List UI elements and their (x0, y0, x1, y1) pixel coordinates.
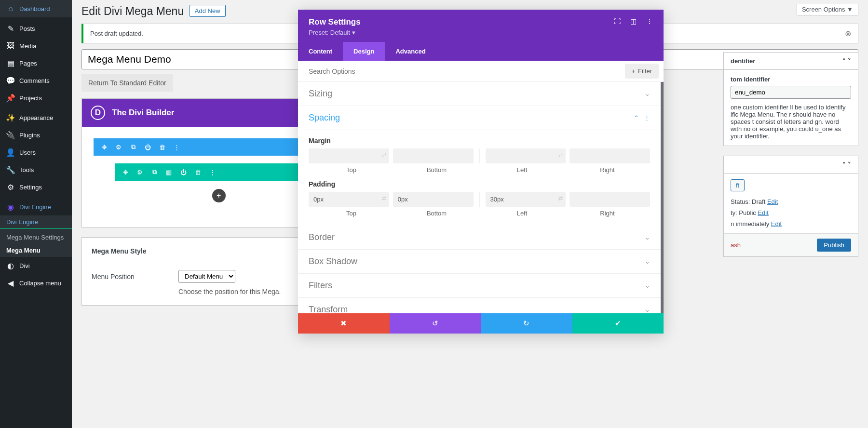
group-title: Border (309, 232, 335, 242)
chevron-up-icon[interactable]: ⌃ (634, 114, 639, 121)
padding-top-input[interactable] (309, 192, 389, 207)
menu-pages[interactable]: ▤Pages (0, 54, 72, 72)
metabox-toggle-icons[interactable]: ˄ ˅ (842, 161, 851, 168)
move-icon[interactable]: ✥ (100, 143, 108, 151)
side-bottom: Bottom (394, 166, 479, 174)
menu-label: Appearance (19, 114, 53, 121)
group-border[interactable]: Border ⌄ (298, 226, 661, 250)
columns-icon[interactable]: ▥ (165, 168, 173, 176)
menu-plugins[interactable]: 🔌Plugins (0, 126, 72, 144)
tab-design[interactable]: Design (343, 42, 385, 61)
builder-title: The Divi Builder (112, 108, 174, 118)
menu-settings[interactable]: ⚙Settings (0, 178, 72, 196)
side-left: Left (479, 210, 565, 217)
add-new-button[interactable]: Add New (190, 5, 226, 17)
chevron-down-icon: ⌄ (645, 282, 650, 289)
submenu-diviengine: Divi Engine Mega Menu Settings Mega Menu (0, 215, 72, 257)
margin-top-input[interactable] (309, 148, 389, 163)
move-icon[interactable]: ✥ (122, 168, 129, 176)
add-module-button[interactable]: + (212, 189, 226, 202)
save-icon[interactable]: ⏻ (179, 168, 187, 176)
identifier-input[interactable] (731, 86, 851, 99)
move-to-trash-link[interactable]: ash (731, 241, 741, 249)
page-title: Edit Divi Mega Menu (81, 5, 184, 18)
diviengine-icon: ◉ (6, 202, 15, 212)
padding-right-input[interactable] (570, 192, 650, 207)
link-icon[interactable]: ⇄ (382, 152, 386, 158)
edit-visibility-link[interactable]: Edit (758, 209, 768, 216)
screen-options-toggle[interactable]: Screen Options ▼ (797, 4, 858, 15)
dismiss-icon[interactable]: ⊗ (845, 29, 851, 38)
padding-left-input[interactable] (486, 192, 566, 207)
menu-label: Pages (19, 60, 37, 67)
search-options-input[interactable] (298, 62, 625, 81)
group-filters[interactable]: Filters ⌄ (298, 274, 661, 298)
side-top: Top (309, 166, 394, 174)
menu-collapse[interactable]: ◀Collapse menu (0, 274, 72, 292)
edit-schedule-link[interactable]: Edit (771, 220, 782, 227)
publish-button[interactable]: Publish (817, 239, 851, 252)
menu-appearance[interactable]: ✨Appearance (0, 109, 72, 126)
padding-bottom-input[interactable] (393, 192, 474, 207)
menu-divi[interactable]: ◐Divi (0, 257, 72, 274)
group-spacing[interactable]: Spacing ⌃⋮ (298, 106, 661, 130)
save-icon[interactable]: ⏻ (144, 143, 151, 151)
menu-posts[interactable]: ✎Posts (0, 20, 72, 37)
group-boxshadow[interactable]: Box Shadow ⌄ (298, 250, 661, 274)
menu-users[interactable]: 👤Users (0, 144, 72, 161)
more-icon[interactable]: ⋮ (646, 17, 653, 25)
margin-right-input[interactable] (570, 148, 650, 163)
modal-preset[interactable]: Preset: Default ▾ (309, 29, 361, 36)
duplicate-icon[interactable]: ⧉ (129, 143, 137, 151)
more-icon[interactable]: ⋮ (644, 114, 650, 121)
more-icon[interactable]: ⋮ (173, 143, 180, 151)
return-standard-editor-button[interactable]: Return To Standard Editor (81, 74, 173, 92)
schedule-label: n immediately (731, 220, 769, 227)
trash-icon[interactable]: 🗑 (158, 143, 166, 151)
expand-icon[interactable]: ⛶ (614, 17, 621, 25)
menu-position-select[interactable]: Default Menu (178, 270, 235, 283)
metabox-toggle-icons[interactable]: ˄ ˅ (842, 57, 851, 65)
duplicate-icon[interactable]: ⧉ (150, 168, 158, 176)
chevron-down-icon: ⌄ (645, 306, 650, 310)
snap-icon[interactable]: ◫ (630, 17, 637, 25)
margin-left-input[interactable] (486, 148, 566, 163)
margin-bottom-input[interactable] (393, 148, 474, 163)
link-icon[interactable]: ⇄ (558, 195, 563, 201)
settings-icon: ⚙ (6, 182, 15, 192)
group-transform[interactable]: Transform ⌄ (298, 298, 661, 310)
notice-text: Post draft updated. (90, 30, 143, 37)
group-sizing[interactable]: Sizing ⌄ (298, 82, 661, 106)
submenu-megamenusettings[interactable]: Mega Menu Settings (0, 231, 72, 244)
menu-media[interactable]: 🖾Media (0, 37, 72, 54)
group-title: Spacing (309, 113, 340, 123)
gear-icon[interactable]: ⚙ (136, 168, 144, 176)
tab-advanced[interactable]: Advanced (385, 42, 436, 61)
menu-label: Collapse menu (19, 280, 61, 287)
chevron-down-icon: ⌄ (645, 258, 650, 265)
link-icon[interactable]: ⇄ (382, 195, 386, 201)
menu-comments[interactable]: 💬Comments (0, 72, 72, 89)
menu-label: Plugins (19, 132, 40, 139)
filter-button[interactable]: +Filter (625, 64, 659, 79)
save-draft-button[interactable]: ft (731, 179, 745, 191)
menu-projects[interactable]: 📌Projects (0, 89, 72, 107)
menu-tools[interactable]: 🔧Tools (0, 161, 72, 178)
options-scroll[interactable]: Sizing ⌄ Spacing ⌃⋮ Margin ⇄ ⇄ Top Botto… (298, 82, 664, 310)
chevron-down-icon: ⌄ (645, 234, 650, 241)
menu-dashboard[interactable]: ⌂Dashboard (0, 0, 72, 17)
modal-header[interactable]: Row Settings Preset: Default ▾ ⛶ ◫ ⋮ (298, 10, 664, 42)
dashboard-icon: ⌂ (6, 4, 15, 13)
tab-content[interactable]: Content (298, 42, 343, 61)
edit-status-link[interactable]: Edit (767, 198, 778, 205)
status-value: Draft (752, 198, 765, 205)
gear-icon[interactable]: ⚙ (115, 143, 122, 151)
menu-diviengine[interactable]: ◉Divi Engine (0, 198, 72, 215)
link-icon[interactable]: ⇄ (558, 152, 563, 158)
submenu-megamenu[interactable]: Mega Menu (0, 244, 72, 257)
margin-label: Margin (309, 137, 650, 145)
comments-icon: 💬 (6, 76, 15, 85)
more-icon[interactable]: ⋮ (208, 168, 216, 176)
padding-label: Padding (309, 180, 650, 188)
trash-icon[interactable]: 🗑 (194, 168, 202, 176)
